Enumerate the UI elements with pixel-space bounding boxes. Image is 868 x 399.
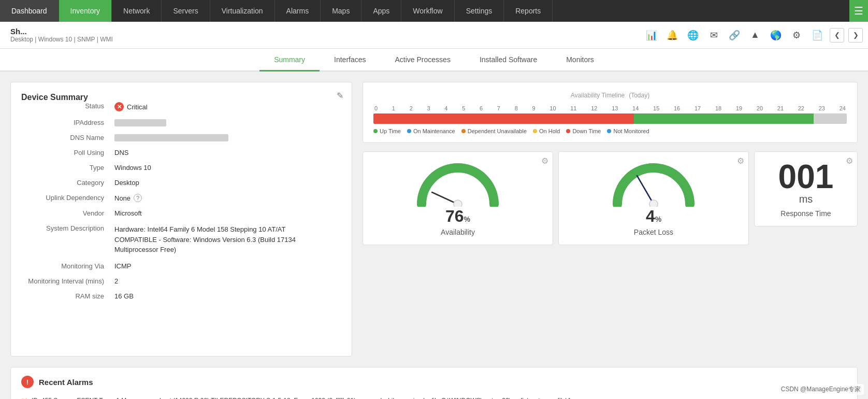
nav-maps[interactable]: Maps bbox=[321, 0, 361, 22]
timeline-bar bbox=[373, 113, 847, 124]
nav-dashboard[interactable]: Dashboard bbox=[0, 0, 59, 22]
svg-line-2 bbox=[637, 176, 654, 204]
ipaddress-value bbox=[114, 119, 166, 126]
graph-icon[interactable]: ▲ bbox=[747, 27, 763, 44]
sysdesc-label: System Description bbox=[21, 224, 114, 255]
bell-icon[interactable]: 🔔 bbox=[664, 27, 681, 44]
availability-label: Availability bbox=[441, 228, 475, 236]
response-label: Response Time bbox=[780, 209, 831, 218]
monvia-value: ICMP bbox=[114, 262, 132, 270]
packetloss-value: 4% bbox=[646, 207, 661, 226]
availability-settings-icon[interactable]: ⚙ bbox=[541, 156, 548, 166]
sysdesc-row: System Description Hardware: Intel64 Fam… bbox=[21, 224, 341, 255]
device-title-area: Sh... Desktop | Windows 10 | SNMP | WMI bbox=[5, 27, 643, 43]
nav-inventory[interactable]: Inventory bbox=[59, 0, 112, 22]
legend-uptime: Up Time bbox=[373, 128, 401, 134]
svg-point-1 bbox=[454, 200, 462, 207]
tab-interfaces[interactable]: Interfaces bbox=[320, 49, 380, 72]
poll-row: Poll Using DNS bbox=[21, 149, 341, 156]
vendor-value: Microsoft bbox=[114, 209, 142, 217]
dns-redacted bbox=[114, 134, 228, 141]
legend-onhold: On Hold bbox=[533, 128, 560, 134]
nav-reports[interactable]: Reports bbox=[504, 0, 553, 22]
type-row: Type Windows 10 bbox=[21, 164, 341, 172]
alarms-header: ! Recent Alarms bbox=[21, 376, 847, 388]
timeline-title: Availability Timeline (Today) bbox=[373, 91, 847, 99]
legend-dependent: Dependent Unavailable bbox=[461, 128, 527, 134]
tab-monitors[interactable]: Monitors bbox=[552, 49, 609, 72]
uplink-row: Uplink Dependency None ? bbox=[21, 194, 341, 202]
header-icons: 📊 🔔 🌐 ✉ 🔗 ▲ 🌎 ⚙ 📄 ❮ ❯ bbox=[643, 27, 863, 44]
card-title: Device Summary bbox=[21, 93, 88, 102]
watermark: CSDN @ManageEngine专家 bbox=[778, 384, 864, 395]
main-content: Device Summary ✎ Status ✕ Critical IPAdd… bbox=[0, 72, 868, 367]
category-label: Category bbox=[21, 179, 114, 187]
nav-apps[interactable]: Apps bbox=[361, 0, 401, 22]
response-value: 001 bbox=[778, 160, 834, 193]
nav-virtualization[interactable]: Virtualization bbox=[210, 0, 275, 22]
ramsize-row: RAM size 16 GB bbox=[21, 292, 341, 300]
nav-workflow[interactable]: Workflow bbox=[401, 0, 454, 22]
uplink-value: None ? bbox=[114, 194, 142, 202]
globe-icon[interactable]: 🌎 bbox=[768, 27, 784, 44]
nav-settings[interactable]: Settings bbox=[455, 0, 504, 22]
monvia-row: Monitoring Via ICMP bbox=[21, 262, 341, 270]
network-icon[interactable]: 🌐 bbox=[685, 27, 701, 44]
prev-arrow[interactable]: ❮ bbox=[830, 28, 844, 42]
packetloss-settings-icon[interactable]: ⚙ bbox=[737, 156, 744, 166]
alarms-title: Recent Alarms bbox=[39, 378, 93, 387]
alarms-section: ! Recent Alarms ✕ ID=455 Source=ESENT Ty… bbox=[10, 367, 858, 399]
settings-icon[interactable]: ⚙ bbox=[788, 27, 805, 44]
availability-gauge: ⚙ 76% Availability bbox=[363, 151, 553, 245]
uplink-label: Uplink Dependency bbox=[21, 194, 114, 202]
poll-label: Poll Using bbox=[21, 149, 114, 156]
tab-installed-software[interactable]: Installed Software bbox=[465, 49, 552, 72]
notmonitored-segment bbox=[814, 113, 847, 124]
dependent-dot bbox=[461, 129, 466, 133]
nav-network[interactable]: Network bbox=[112, 0, 162, 22]
moninterval-label: Monitoring Interval (mins) bbox=[21, 277, 114, 285]
next-arrow[interactable]: ❯ bbox=[848, 28, 863, 42]
status-value: ✕ Critical bbox=[114, 102, 148, 111]
nav-alarms[interactable]: Alarms bbox=[275, 0, 321, 22]
ipaddress-row: IPAddress bbox=[21, 119, 341, 126]
ipaddress-redacted bbox=[114, 119, 166, 126]
tab-active-processes[interactable]: Active Processes bbox=[381, 49, 465, 72]
down-segment bbox=[373, 113, 634, 124]
response-settings-icon[interactable]: ⚙ bbox=[846, 156, 853, 166]
alarm-text-1: ID=455 Source=ESENT Type=1 Message=svcho… bbox=[32, 397, 585, 399]
email-icon[interactable]: ✉ bbox=[705, 27, 722, 44]
tabs-bar: Summary Interfaces Active Processes Inst… bbox=[0, 49, 868, 72]
notmonitored-dot bbox=[607, 129, 611, 133]
downtime-dot bbox=[566, 129, 570, 133]
moninterval-row: Monitoring Interval (mins) 2 bbox=[21, 277, 341, 285]
dns-value bbox=[114, 134, 228, 141]
detail-table: Status ✕ Critical IPAddress DNS Name bbox=[21, 102, 341, 300]
tab-summary[interactable]: Summary bbox=[259, 49, 320, 72]
link-icon[interactable]: 🔗 bbox=[726, 27, 743, 44]
onhold-dot bbox=[533, 129, 537, 133]
packetloss-gauge: ⚙ 4% Packet Loss bbox=[558, 151, 749, 245]
critical-icon: ✕ bbox=[114, 102, 124, 111]
device-summary-card: Device Summary ✎ Status ✕ Critical IPAdd… bbox=[10, 82, 352, 357]
packetloss-label: Packet Loss bbox=[634, 228, 673, 236]
legend-downtime: Down Time bbox=[566, 128, 601, 134]
gauges-row: ⚙ 76% Availability ⚙ bbox=[363, 151, 858, 245]
legend-notmonitored: Not Monitored bbox=[607, 128, 649, 134]
menu-button[interactable]: ☰ bbox=[849, 0, 868, 22]
chart-icon[interactable]: 📊 bbox=[643, 27, 660, 44]
status-row: Status ✕ Critical bbox=[21, 102, 341, 111]
svg-point-3 bbox=[649, 200, 658, 207]
help-icon[interactable]: ? bbox=[134, 194, 142, 202]
alarms-icon: ! bbox=[21, 376, 34, 388]
ramsize-value: 16 GB bbox=[114, 292, 134, 300]
edit-icon[interactable]: ✎ bbox=[337, 91, 343, 101]
nav-servers[interactable]: Servers bbox=[162, 0, 210, 22]
moninterval-value: 2 bbox=[114, 277, 118, 285]
status-label: Status bbox=[21, 102, 114, 111]
terminal-icon[interactable]: 📄 bbox=[809, 27, 826, 44]
availability-value: 76% bbox=[445, 207, 470, 226]
dns-row: DNS Name bbox=[21, 134, 341, 141]
maintenance-dot bbox=[407, 129, 411, 133]
monvia-label: Monitoring Via bbox=[21, 262, 114, 270]
